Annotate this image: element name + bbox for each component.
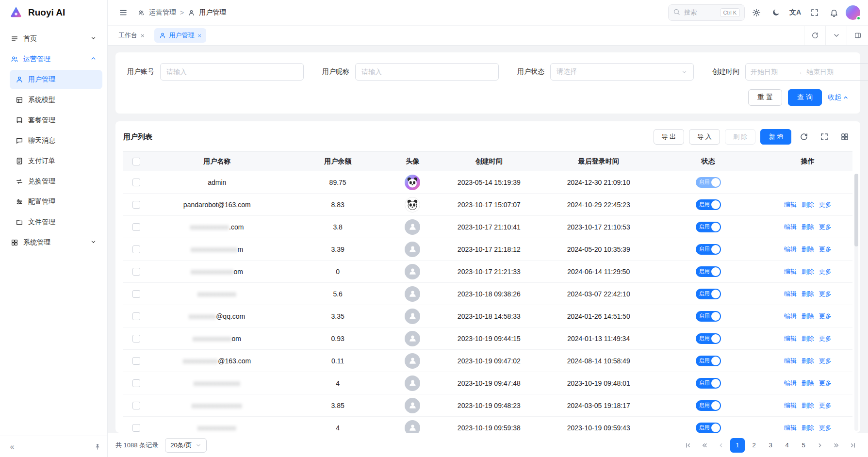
more-link[interactable]: 更多 xyxy=(819,424,832,431)
edit-link[interactable]: 编辑 xyxy=(784,402,797,409)
prev-page-button[interactable] xyxy=(714,438,728,453)
row-checkbox[interactable] xyxy=(132,245,140,253)
status-toggle[interactable]: 启用 xyxy=(696,244,721,255)
next-page-button[interactable] xyxy=(813,438,827,453)
row-checkbox[interactable] xyxy=(132,402,140,409)
status-select[interactable]: 请选择 xyxy=(550,63,694,81)
row-checkbox[interactable] xyxy=(132,179,140,186)
page-size-select[interactable]: 20条/页 xyxy=(165,438,207,453)
row-checkbox[interactable] xyxy=(132,268,140,276)
delete-link[interactable]: 删除 xyxy=(802,357,814,364)
delete-link[interactable]: 删除 xyxy=(802,379,814,387)
date-range-picker[interactable]: → xyxy=(745,63,868,81)
import-button[interactable]: 导 入 xyxy=(689,129,720,145)
sidebar-item-config-management[interactable]: 配置管理 xyxy=(10,192,102,212)
row-checkbox[interactable] xyxy=(132,357,140,365)
delete-button[interactable]: 删 除 xyxy=(725,129,756,145)
fullscreen-icon[interactable] xyxy=(807,5,822,20)
more-link[interactable]: 更多 xyxy=(819,268,832,275)
last-page-button[interactable] xyxy=(846,438,860,453)
delete-link[interactable]: 删除 xyxy=(802,223,814,230)
layout-panel-icon[interactable] xyxy=(847,26,868,45)
edit-link[interactable]: 编辑 xyxy=(784,201,797,208)
status-toggle[interactable]: 启用 xyxy=(696,266,721,277)
page-button-2[interactable]: 2 xyxy=(747,438,761,453)
status-toggle[interactable]: 启用 xyxy=(696,199,721,210)
hamburger-menu-icon[interactable] xyxy=(115,5,131,20)
translate-icon[interactable]: 文A xyxy=(787,5,803,20)
status-toggle[interactable]: 启用 xyxy=(696,177,721,188)
search-button[interactable]: 查 询 xyxy=(788,89,822,106)
sidebar-item-chat-messages[interactable]: 聊天消息 xyxy=(10,131,102,150)
column-settings-grid-icon[interactable] xyxy=(837,129,852,145)
status-toggle[interactable]: 启用 xyxy=(696,400,721,411)
delete-link[interactable]: 删除 xyxy=(802,312,814,320)
page-button-3[interactable]: 3 xyxy=(763,438,778,453)
status-toggle[interactable]: 启用 xyxy=(696,356,721,366)
edit-link[interactable]: 编辑 xyxy=(784,223,797,230)
page-button-1[interactable]: 1 xyxy=(730,438,745,453)
edit-link[interactable]: 编辑 xyxy=(784,245,797,253)
row-checkbox[interactable] xyxy=(132,290,140,298)
status-toggle[interactable]: 启用 xyxy=(696,311,721,322)
page-button-5[interactable]: 5 xyxy=(796,438,811,453)
collapse-sidebar-button[interactable]: « xyxy=(6,441,18,453)
next-10-pages-button[interactable] xyxy=(829,438,844,453)
sidebar-item-home[interactable]: 首页 xyxy=(5,29,102,49)
sidebar-item-operations[interactable]: 运营管理 xyxy=(5,49,102,69)
more-link[interactable]: 更多 xyxy=(819,335,832,342)
close-icon[interactable]: × xyxy=(141,32,145,39)
dark-mode-moon-icon[interactable] xyxy=(768,5,784,20)
table-scrollbar[interactable] xyxy=(854,174,858,431)
add-button[interactable]: 新 增 xyxy=(760,129,791,145)
status-toggle[interactable]: 启用 xyxy=(696,289,721,299)
sidebar-item-system-management[interactable]: 系统管理 xyxy=(5,233,102,252)
delete-link[interactable]: 删除 xyxy=(802,201,814,208)
edit-link[interactable]: 编辑 xyxy=(784,379,797,387)
status-toggle[interactable]: 启用 xyxy=(696,378,721,389)
sidebar-item-payment-orders[interactable]: 支付订单 xyxy=(10,151,102,171)
more-link[interactable]: 更多 xyxy=(819,402,832,409)
status-toggle[interactable]: 启用 xyxy=(696,423,721,433)
delete-link[interactable]: 删除 xyxy=(802,335,814,342)
close-icon[interactable]: × xyxy=(198,32,202,39)
breadcrumb-level1[interactable]: 运营管理 xyxy=(149,8,176,17)
reset-button[interactable]: 重 置 xyxy=(748,89,782,106)
status-toggle[interactable]: 启用 xyxy=(696,222,721,232)
more-link[interactable]: 更多 xyxy=(819,245,832,253)
select-all-checkbox[interactable] xyxy=(132,158,140,165)
settings-gear-icon[interactable] xyxy=(749,5,764,20)
edit-link[interactable]: 编辑 xyxy=(784,424,797,431)
more-link[interactable]: 更多 xyxy=(819,379,832,387)
sidebar-item-system-model[interactable]: 系统模型 xyxy=(10,90,102,110)
tab-user-management[interactable]: 用户管理 × xyxy=(154,28,207,43)
pin-icon[interactable] xyxy=(94,443,101,451)
edit-link[interactable]: 编辑 xyxy=(784,268,797,275)
row-checkbox[interactable] xyxy=(132,312,140,320)
export-button[interactable]: 导 出 xyxy=(654,129,685,145)
prev-10-pages-button[interactable] xyxy=(697,438,712,453)
first-page-button[interactable] xyxy=(681,438,695,453)
delete-link[interactable]: 删除 xyxy=(802,402,814,409)
user-avatar[interactable] xyxy=(846,5,860,20)
chevron-down-icon[interactable] xyxy=(825,26,847,45)
global-search-input[interactable]: 搜索 Ctrl K xyxy=(668,4,745,21)
more-link[interactable]: 更多 xyxy=(819,357,832,364)
refresh-icon[interactable] xyxy=(804,26,825,45)
notification-bell-icon[interactable] xyxy=(826,5,842,20)
sidebar-item-user-management[interactable]: 用户管理 xyxy=(10,70,102,89)
tab-workbench[interactable]: 工作台 × xyxy=(114,28,149,43)
more-link[interactable]: 更多 xyxy=(819,201,832,208)
account-input[interactable] xyxy=(160,63,304,81)
sidebar-item-package-management[interactable]: 套餐管理 xyxy=(10,111,102,130)
sidebar-item-exchange-management[interactable]: 兑换管理 xyxy=(10,172,102,191)
more-link[interactable]: 更多 xyxy=(819,290,832,297)
refresh-icon[interactable] xyxy=(796,129,812,145)
edit-link[interactable]: 编辑 xyxy=(784,357,797,364)
delete-link[interactable]: 删除 xyxy=(802,245,814,253)
edit-link[interactable]: 编辑 xyxy=(784,312,797,320)
edit-link[interactable]: 编辑 xyxy=(784,335,797,342)
end-date-input[interactable] xyxy=(806,68,848,76)
row-checkbox[interactable] xyxy=(132,379,140,387)
row-checkbox[interactable] xyxy=(132,201,140,209)
